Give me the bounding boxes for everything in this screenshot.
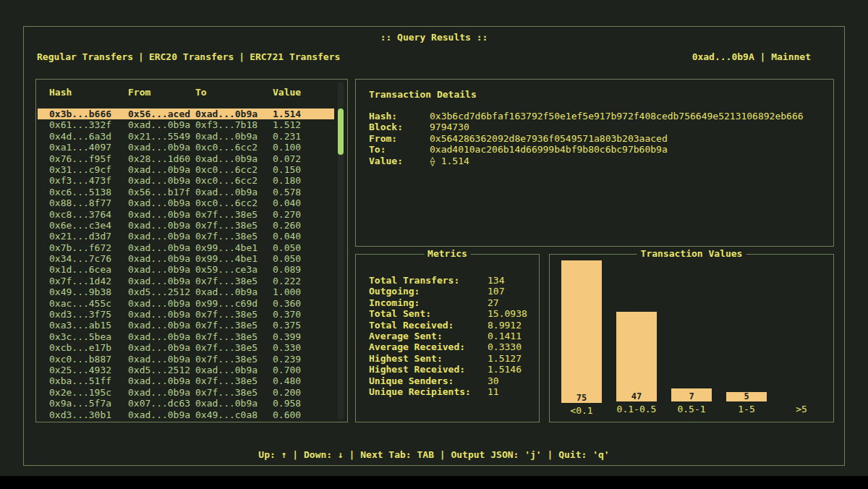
- cell-from: 0xad...0b9a: [128, 119, 195, 130]
- detail-field: From:0x564286362092d8e7936f0549571a803b2…: [369, 133, 820, 144]
- bar-1-5: 5: [726, 392, 767, 401]
- table-row[interactable]: 0xc8...37640xad...0b9a0x7f...38e50.270: [38, 209, 334, 220]
- tab-erc721-transfers[interactable]: ERC721 Transfers: [250, 51, 340, 62]
- cell-value: 0.958: [273, 398, 334, 409]
- transaction-details-title: Transaction Details: [369, 89, 820, 100]
- cell-from: 0xad...0b9a: [128, 209, 195, 220]
- metric-label: Average Received:: [369, 341, 488, 352]
- metric-label: Highest Received:: [369, 364, 488, 375]
- cell-from: 0xad...0b9a: [128, 242, 195, 253]
- metrics-list: Total Transfers:134Outgoing:107Incoming:…: [369, 275, 532, 397]
- cell-to: 0xad...0b9a: [195, 131, 273, 142]
- table-row[interactable]: 0xd3...3f750xad...0b9a0x7f...38e50.370: [38, 309, 334, 320]
- table-row[interactable]: 0x2e...195c0xad...0b9a0x7f...38e50.200: [38, 387, 334, 398]
- cell-from: 0xad...0b9a: [128, 331, 195, 342]
- metric-label: Outgoing:: [369, 286, 488, 297]
- transfers-table-panel: HashFromToValue 0x3b...b6660x56...aced0x…: [35, 79, 348, 422]
- metric-label: Total Sent:: [369, 308, 488, 319]
- cell-from: 0xad...0b9a: [128, 276, 195, 286]
- tabs-row: Regular Transfers|ERC20 Transfers|ERC721…: [37, 51, 844, 62]
- metric-value: 107: [488, 286, 504, 297]
- cell-value: 1.512: [273, 119, 334, 130]
- cell-value: 0.700: [273, 365, 334, 375]
- cell-hash: 0x9a...5f7a: [49, 398, 128, 409]
- table-row[interactable]: 0xc6...51380x56...b17f0xad...0b9a0.578: [38, 187, 334, 197]
- cell-to: 0xc0...6cc2: [195, 175, 273, 186]
- cell-hash: 0x7f...1d42: [49, 276, 128, 286]
- cell-value: 0.089: [273, 264, 334, 275]
- bar-category-label: <0.1: [570, 403, 592, 419]
- account-network-label: 0xad...0b9A | Mainnet: [692, 51, 811, 62]
- cell-hash: 0x31...c9cf: [49, 164, 128, 175]
- query-results-window: :: Query Results :: Regular Transfers|ER…: [23, 26, 845, 466]
- metric-value: 0.1411: [488, 331, 522, 341]
- bar-slot: 470.1-0.5: [609, 260, 664, 417]
- cell-to: 0x7f...38e5: [195, 231, 273, 242]
- table-row[interactable]: 0x49...9b380xd5...25120xad...0b9a1.000: [38, 286, 334, 297]
- cell-from: 0xad...0b9a: [128, 320, 195, 331]
- cell-from: 0xad...0b9a: [128, 175, 195, 186]
- table-row[interactable]: 0x4d...6a3d0x21...55490xad...0b9a0.231: [38, 131, 334, 142]
- cell-from: 0xad...0b9a: [128, 387, 195, 398]
- cell-to: 0x49...c0a8: [195, 409, 273, 420]
- cell-hash: 0x25...4932: [49, 365, 128, 375]
- cell-from: 0x56...b17f: [128, 187, 195, 197]
- transaction-details-panel: Transaction Details Hash:0x3b6cd7d6bfaf1…: [355, 79, 834, 247]
- table-row[interactable]: 0x1d...6cea0xad...0b9a0x59...ce3a0.089: [38, 264, 334, 275]
- detail-field-label: From:: [369, 133, 430, 144]
- cell-value: 0.480: [273, 375, 334, 386]
- cell-to: 0x7f...38e5: [195, 331, 273, 342]
- tab-erc20-transfers[interactable]: ERC20 Transfers: [149, 51, 234, 62]
- table-row[interactable]: 0xd3...30b10xad...0b9a0x49...c0a80.600: [38, 409, 334, 420]
- bar-area: 5: [726, 260, 767, 401]
- cell-hash: 0xc6...5138: [49, 187, 128, 197]
- tab-regular-transfers[interactable]: Regular Transfers: [37, 51, 133, 62]
- column-header-to: To: [195, 87, 273, 98]
- cell-to: 0x7f...38e5: [195, 387, 273, 398]
- cell-hash: 0xcb...e17b: [49, 342, 128, 353]
- transaction-details-fields: Hash:0x3b6cd7d6bfaf163792f50e1ef5e917b97…: [369, 111, 820, 166]
- keybindings-help-bar: Up: ↑ | Down: ↓ | Next Tab: TAB | Output…: [24, 449, 844, 460]
- metric-label: Highest Sent:: [369, 353, 488, 364]
- table-row[interactable]: 0xa1...40970xad...0b9a0xc0...6cc20.100: [38, 142, 334, 153]
- cell-from: 0xad...0b9a: [128, 309, 195, 320]
- table-row[interactable]: 0x25...49320xd5...25120xad...0b9a0.700: [38, 365, 334, 375]
- table-row[interactable]: 0xcb...e17b0xad...0b9a0x7f...38e50.330: [38, 342, 334, 353]
- table-row[interactable]: 0x3b...b6660x56...aced0xad...0b9a1.514: [38, 109, 334, 119]
- cell-from: 0xad...0b9a: [128, 197, 195, 208]
- cell-from: 0x07...dc63: [128, 398, 195, 409]
- cell-to: 0x7f...38e5: [195, 209, 273, 220]
- table-row[interactable]: 0xac...455c0xad...0b9a0x99...c69d0.360: [38, 298, 334, 309]
- table-row[interactable]: 0x31...c9cf0xad...0b9a0xc0...6cc20.150: [38, 164, 334, 175]
- cell-hash: 0xd3...30b1: [49, 409, 128, 420]
- detail-field-value: 0xad4010ac206b14d66999b4bf9b80c6bc97b60b…: [430, 144, 668, 155]
- table-row[interactable]: 0x88...8f770xad...0b9a0xc0...6cc20.040: [38, 197, 334, 208]
- table-row[interactable]: 0x34...7c760xad...0b9a0x99...4be10.050: [38, 253, 334, 264]
- table-row[interactable]: 0x7f...1d420xad...0b9a0x7f...38e50.222: [38, 276, 334, 286]
- table-row[interactable]: 0x6e...c3e40xad...0b9a0x7f...38e50.260: [38, 220, 334, 231]
- table-row[interactable]: 0x61...332f0xad...0b9a0xf3...7b181.512: [38, 119, 334, 130]
- metric-item: Outgoing:107: [369, 286, 532, 297]
- table-scrollbar-thumb[interactable]: [338, 109, 344, 155]
- table-row[interactable]: 0xf3...473f0xad...0b9a0xc0...6cc20.180: [38, 175, 334, 186]
- metric-label: Total Transfers:: [369, 275, 488, 286]
- bar-category-label: 0.1-0.5: [617, 401, 657, 417]
- table-row[interactable]: 0x3c...5bea0xad...0b9a0x7f...38e50.399: [38, 331, 334, 342]
- cell-hash: 0x49...9b38: [49, 286, 128, 297]
- table-row[interactable]: 0x21...d3d70xad...0b9a0x7f...38e50.040: [38, 231, 334, 242]
- table-row[interactable]: 0xa3...ab150xad...0b9a0x7f...38e50.375: [38, 320, 334, 331]
- metric-item: Unique Senders:30: [369, 375, 532, 386]
- cell-to: 0xad...0b9a: [195, 365, 273, 375]
- table-row[interactable]: 0x7b...f6720xad...0b9a0x99...4be10.050: [38, 242, 334, 253]
- cell-hash: 0x88...8f77: [49, 197, 128, 208]
- table-row[interactable]: 0x9a...5f7a0x07...dc630xad...0b9a0.958: [38, 398, 334, 409]
- cell-value: 0.330: [273, 342, 334, 353]
- metric-label: Incoming:: [369, 297, 488, 308]
- table-row[interactable]: 0xc0...b8870xad...0b9a0x7f...38e50.239: [38, 354, 334, 365]
- table-row[interactable]: 0xba...51ff0xad...0b9a0x7f...38e50.480: [38, 375, 334, 386]
- detail-field-label: Value:: [369, 156, 430, 166]
- table-row[interactable]: 0x76...f95f0x28...1d600xad...0b9a0.072: [38, 153, 334, 164]
- metric-item: Highest Sent:1.5127: [369, 353, 532, 364]
- bar-area: 7: [671, 260, 712, 401]
- cell-from: 0xad...0b9a: [128, 264, 195, 275]
